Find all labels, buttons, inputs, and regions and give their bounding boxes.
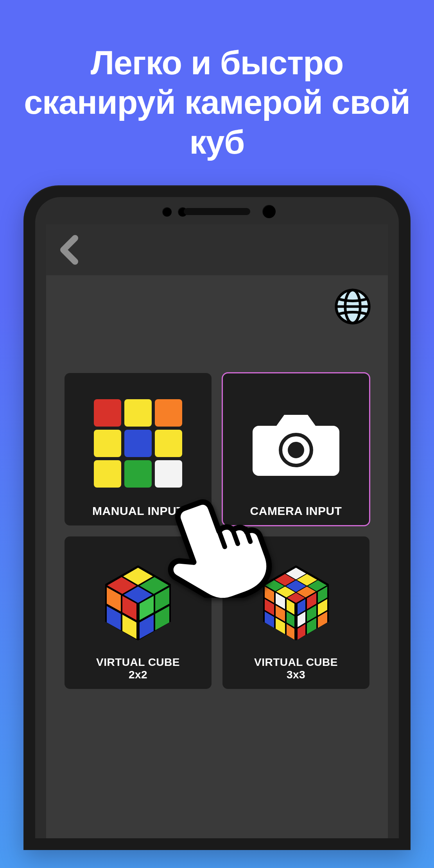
camera-icon xyxy=(228,382,364,504)
app-screen: MANUAL INPUT CAMERA INPUT xyxy=(46,224,388,838)
back-button[interactable] xyxy=(58,234,80,265)
tile-virtual-cube-2x2[interactable]: VIRTUAL CUBE 2x2 xyxy=(65,536,212,689)
cube-facelet xyxy=(155,460,182,488)
language-button[interactable] xyxy=(333,287,372,326)
cube-3x3-art xyxy=(228,546,364,656)
phone-inner: MANUAL INPUT CAMERA INPUT xyxy=(35,197,399,838)
app-topbar xyxy=(46,224,388,275)
cube-facelet xyxy=(94,460,121,488)
tile-vc2-label: VIRTUAL CUBE 2x2 xyxy=(96,656,180,681)
phone-sensors xyxy=(139,197,295,213)
cube-facelet xyxy=(124,399,152,427)
cube-facelet xyxy=(124,460,152,488)
cube-facelet xyxy=(155,399,182,427)
tile-manual-label: MANUAL INPUT xyxy=(92,504,184,518)
manual-cube-face xyxy=(70,382,206,504)
cube-facelet xyxy=(124,430,152,457)
input-mode-grid: MANUAL INPUT CAMERA INPUT xyxy=(65,373,369,689)
app-content: MANUAL INPUT CAMERA INPUT xyxy=(46,275,388,838)
cube-facelet xyxy=(94,430,121,457)
marketing-headline: Легко и быстро сканируй камерой свой куб xyxy=(0,0,434,185)
tile-manual-input[interactable]: MANUAL INPUT xyxy=(65,373,212,525)
chevron-left-icon xyxy=(58,234,80,265)
cube-facelet xyxy=(155,430,182,457)
cube-2x2-art xyxy=(70,546,206,656)
cube-facelet xyxy=(94,399,121,427)
tile-vc3-label: VIRTUAL CUBE 3x3 xyxy=(254,656,338,681)
tile-camera-input[interactable]: CAMERA INPUT xyxy=(222,373,369,525)
globe-icon xyxy=(334,288,371,325)
tile-camera-label: CAMERA INPUT xyxy=(250,504,342,518)
phone-frame: MANUAL INPUT CAMERA INPUT xyxy=(23,185,411,850)
tile-virtual-cube-3x3[interactable]: VIRTUAL CUBE 3x3 xyxy=(222,536,369,689)
